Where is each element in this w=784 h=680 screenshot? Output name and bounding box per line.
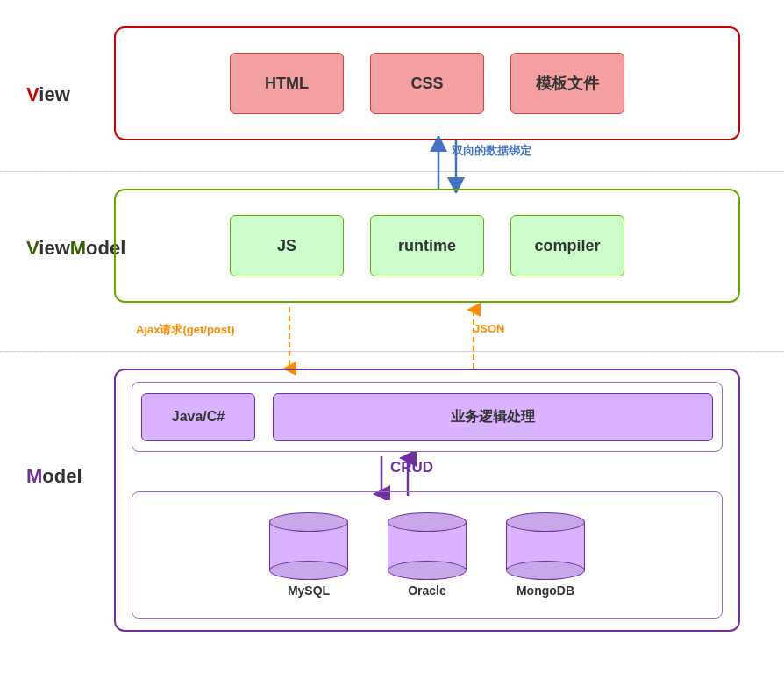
json-label: JSON [474, 322, 504, 335]
vm-label-text1: iew [39, 237, 69, 259]
view-item-css: CSS [370, 53, 484, 114]
diagram: View ViewModel Model HTML CSS 模板文件 [0, 0, 784, 680]
vm-item-runtime: runtime [370, 215, 484, 276]
vm-label-v: V [26, 237, 39, 259]
db-mongodb: MongoDB [497, 512, 594, 598]
bidir-label: 双向的数据绑定 [452, 143, 531, 159]
ajax-json-arrows [202, 303, 570, 377]
db-oracle-label: Oracle [408, 583, 446, 598]
db-mysql-label: MySQL [288, 583, 330, 598]
db-mysql: MySQL [260, 512, 357, 598]
viewmodel-label: ViewModel [26, 237, 125, 260]
model-label-text: odel [42, 465, 82, 487]
db-oracle: Oracle [379, 512, 475, 598]
ajax-label: Ajax请求(get/post) [136, 322, 235, 338]
vm-label-m: M [70, 237, 86, 259]
model-inner-top: Java/C# 业务逻辑处理 [132, 382, 723, 452]
db-mongodb-top [506, 512, 585, 532]
model-inner-bottom: MySQL Oracle MongoDB [132, 491, 723, 619]
db-oracle-top [388, 512, 467, 532]
model-java: Java/C# [141, 393, 255, 441]
model-label: Model [26, 465, 82, 488]
view-box: HTML CSS 模板文件 [114, 26, 740, 140]
view-item-template: 模板文件 [510, 53, 624, 114]
db-oracle-bottom [388, 561, 467, 580]
db-mysql-bottom [269, 561, 348, 580]
view-item-html: HTML [230, 53, 344, 114]
vm-item-js: JS [230, 215, 344, 276]
crud-label: CRUD [390, 459, 433, 476]
db-mongodb-bottom [506, 561, 585, 580]
vm-item-compiler: compiler [510, 215, 624, 276]
viewmodel-box: JS runtime compiler [114, 189, 740, 303]
db-mongodb-label: MongoDB [517, 583, 574, 598]
model-biz: 业务逻辑处理 [273, 393, 713, 441]
view-label: View [26, 83, 70, 106]
view-label-v: V [26, 83, 39, 105]
view-label-text: iew [39, 83, 69, 105]
db-mysql-top [269, 512, 348, 532]
model-label-m: M [26, 465, 42, 487]
